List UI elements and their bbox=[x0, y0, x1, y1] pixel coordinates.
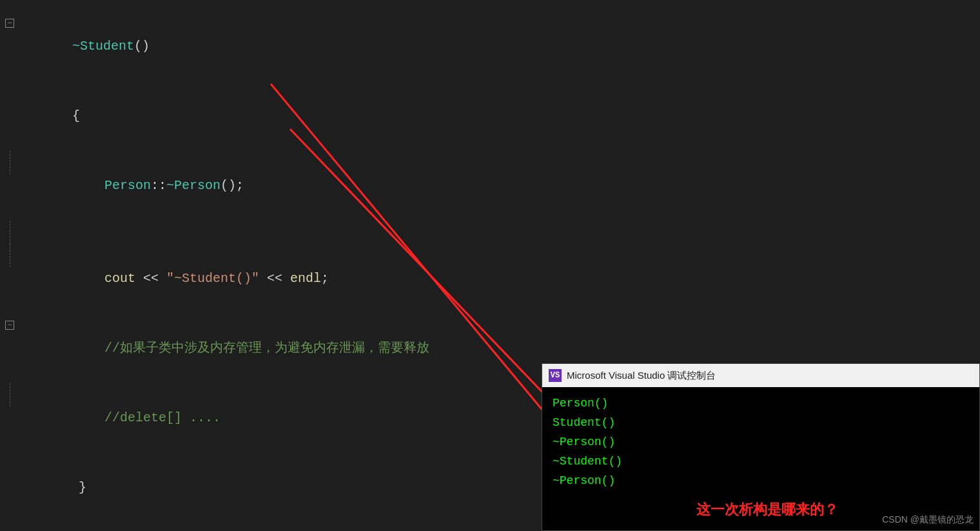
fold-gutter-2 bbox=[0, 81, 19, 105]
fold-gutter-8 bbox=[0, 453, 19, 476]
line-content-5: cout << "~Student()" << endl; bbox=[19, 244, 980, 314]
console-output-4: ~Student() bbox=[553, 452, 969, 471]
fold-gutter-3 bbox=[0, 151, 19, 174]
code-line-2: { bbox=[0, 81, 980, 151]
code-line-5: cout << "~Student()" << endl; bbox=[0, 244, 980, 314]
vs-icon: VS bbox=[549, 369, 562, 382]
console-output-2: Student() bbox=[553, 413, 969, 432]
code-line-4 bbox=[0, 221, 980, 244]
line-content-3: Person::~Person(); bbox=[19, 151, 980, 221]
fold-gutter-1[interactable]: − bbox=[0, 12, 19, 35]
fold-gutter-5 bbox=[0, 244, 19, 267]
code-line-1: − ~Student() bbox=[0, 12, 980, 81]
console-title: Microsoft Visual Studio 调试控制台 bbox=[567, 370, 716, 382]
console-output-3: ~Person() bbox=[553, 432, 969, 452]
console-output-1: Person() bbox=[553, 394, 969, 413]
line-content-1: ~Student() bbox=[19, 12, 980, 81]
fold-gutter-6[interactable]: − bbox=[0, 314, 19, 337]
line-content-4 bbox=[19, 221, 980, 244]
code-line-3: Person::~Person(); bbox=[0, 151, 980, 221]
watermark: CSDN @戴墨镜的恐龙 bbox=[882, 514, 974, 526]
fold-gutter-9 bbox=[0, 523, 19, 531]
console-output-5: ~Person() bbox=[553, 471, 969, 490]
fold-gutter-4 bbox=[0, 221, 19, 244]
fold-gutter-7 bbox=[0, 383, 19, 406]
annotation-text: 这一次析构是哪来的？ bbox=[696, 500, 838, 519]
line-content-2: { bbox=[19, 81, 980, 151]
console-titlebar: VS Microsoft Visual Studio 调试控制台 bbox=[542, 364, 979, 387]
